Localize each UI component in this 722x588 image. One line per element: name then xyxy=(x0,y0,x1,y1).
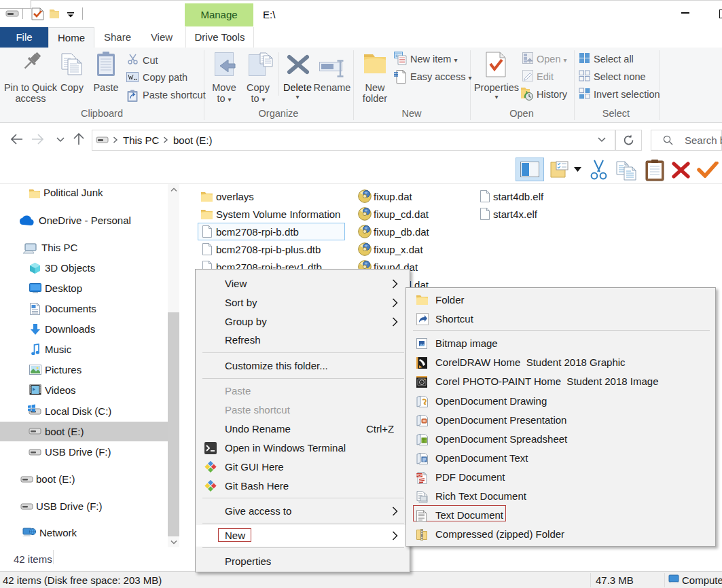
svg-text:PDF: PDF xyxy=(416,474,422,477)
